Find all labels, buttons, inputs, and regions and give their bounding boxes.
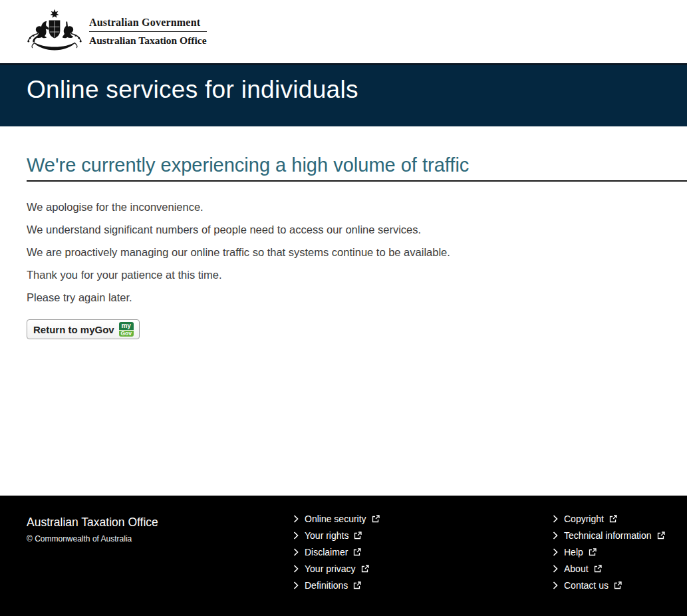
footer-org-block: Australian Taxation Office © Commonwealt… <box>27 516 158 543</box>
footer-link-label: Technical information <box>564 530 652 541</box>
footer-link-disclaimer[interactable]: Disclaimer <box>293 547 380 557</box>
external-link-icon <box>589 548 597 556</box>
paragraph-thanks: Thank you for your patience at this time… <box>27 268 687 281</box>
external-link-icon <box>609 515 617 523</box>
return-to-mygov-label: Return to myGov <box>33 324 114 335</box>
footer-link-label: Contact us <box>564 580 609 591</box>
chevron-right-icon <box>553 515 558 523</box>
paragraph-understand: We understand significant numbers of peo… <box>27 223 687 236</box>
footer-link-your-privacy[interactable]: Your privacy <box>293 563 380 573</box>
footer-link-definitions[interactable]: Definitions <box>293 580 380 590</box>
footer-copyright: © Commonwealth of Australia <box>27 534 158 543</box>
external-link-icon <box>614 581 622 589</box>
footer-link-label: Disclaimer <box>305 547 348 557</box>
heading-rule <box>27 180 687 182</box>
site-header: Australian Government Australian Taxatio… <box>0 0 687 63</box>
logo-text-block: Australian Government Australian Taxatio… <box>89 17 207 47</box>
footer-link-label: About <box>564 563 589 574</box>
chevron-right-icon <box>553 532 558 539</box>
logo-divider <box>89 31 207 32</box>
chevron-right-icon <box>293 548 299 556</box>
external-link-icon <box>353 548 361 556</box>
footer-link-label: Your privacy <box>305 563 356 574</box>
mygov-logo-bottom-text: Gov <box>119 331 134 337</box>
mygov-logo-icon: my Gov <box>119 322 134 337</box>
footer-link-contact-us[interactable]: Contact us <box>553 580 665 590</box>
government-title: Australian Government <box>89 17 207 29</box>
paragraph-managing: We are proactively managing our online t… <box>27 245 687 259</box>
external-link-icon <box>353 581 361 589</box>
chevron-right-icon <box>293 565 299 573</box>
external-link-icon <box>372 515 380 523</box>
page-footer: Australian Taxation Office © Commonwealt… <box>0 496 687 616</box>
external-link-icon <box>354 532 362 539</box>
footer-link-label: Definitions <box>305 580 348 591</box>
chevron-right-icon <box>293 581 299 589</box>
chevron-right-icon <box>553 565 558 573</box>
chevron-right-icon <box>553 548 558 556</box>
external-link-icon <box>594 565 602 573</box>
message-paragraphs: We apologise for the inconvenience. We u… <box>27 200 687 304</box>
footer-link-label: Help <box>564 547 583 557</box>
external-link-icon <box>361 565 369 573</box>
chevron-right-icon <box>553 581 558 589</box>
traffic-heading: We're currently experiencing a high volu… <box>27 154 687 176</box>
footer-link-technical-information[interactable]: Technical information <box>553 530 665 540</box>
main-content: We're currently experiencing a high volu… <box>0 154 687 339</box>
footer-link-your-rights[interactable]: Your rights <box>293 530 380 540</box>
paragraph-apology: We apologise for the inconvenience. <box>27 200 687 214</box>
page-title: Online services for individuals <box>27 75 687 104</box>
footer-organisation: Australian Taxation Office <box>27 516 158 530</box>
chevron-right-icon <box>293 532 299 539</box>
return-to-mygov-button[interactable]: Return to myGov my Gov <box>27 319 140 339</box>
footer-link-help[interactable]: Help <box>553 547 665 557</box>
page-banner: Online services for individuals <box>0 63 687 126</box>
paragraph-retry: Please try again later. <box>27 291 687 304</box>
footer-link-online-security[interactable]: Online security <box>293 514 380 524</box>
coat-of-arms-icon <box>27 9 82 55</box>
footer-link-label: Copyright <box>564 514 604 524</box>
chevron-right-icon <box>293 515 299 523</box>
footer-link-about[interactable]: About <box>553 563 665 573</box>
footer-links-column-2: Copyright Technical information Help Abo… <box>553 514 665 597</box>
department-title: Australian Taxation Office <box>89 35 207 47</box>
footer-link-copyright[interactable]: Copyright <box>553 514 665 524</box>
external-link-icon <box>657 532 665 539</box>
footer-link-label: Your rights <box>305 530 348 541</box>
footer-link-label: Online security <box>305 514 366 524</box>
footer-links-column-1: Online security Your rights Disclaimer Y… <box>293 514 380 597</box>
